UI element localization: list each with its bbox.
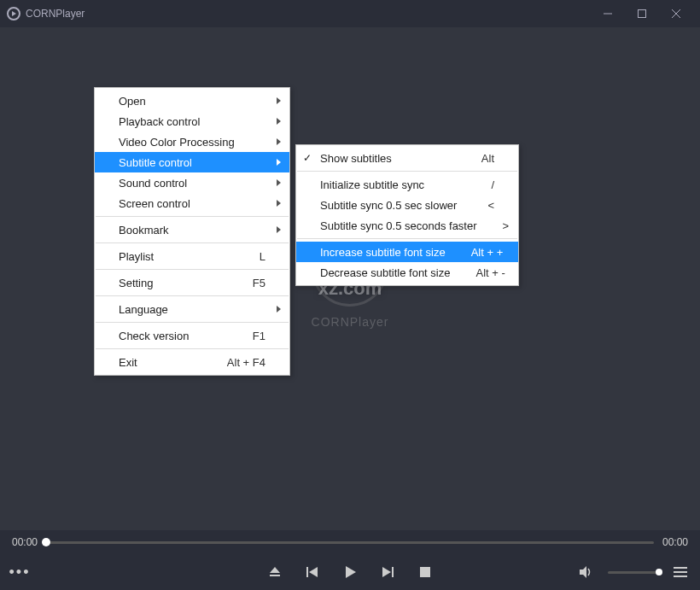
time-current: 00:00 bbox=[12, 536, 38, 548]
context-menu-item-label: Language bbox=[119, 303, 265, 316]
svg-marker-8 bbox=[346, 566, 356, 578]
context-menu-separator bbox=[96, 242, 289, 243]
context-menu-separator bbox=[96, 269, 289, 270]
subtitle-submenu-item-label: Subtitle sync 0.5 sec slower bbox=[320, 199, 462, 212]
progress-slider[interactable] bbox=[46, 541, 654, 544]
context-menu-item-label: Open bbox=[119, 95, 265, 108]
volume-button[interactable] bbox=[579, 564, 594, 580]
next-icon bbox=[382, 566, 394, 578]
context-menu-item-label: Exit bbox=[119, 356, 201, 369]
context-menu-item-label: Playback control bbox=[119, 115, 265, 128]
volume-icon bbox=[580, 566, 593, 578]
subtitle-submenu-item-shortcut: > bbox=[503, 219, 510, 232]
context-menu[interactable]: OpenPlayback controlVideo Color Processi… bbox=[94, 87, 290, 376]
svg-marker-12 bbox=[580, 566, 586, 578]
video-area[interactable]: CORNPlayer xz.com OpenPlayback controlVi… bbox=[0, 27, 700, 530]
minimize-button[interactable] bbox=[591, 0, 625, 27]
subtitle-submenu-item-shortcut: < bbox=[487, 199, 494, 212]
svg-rect-5 bbox=[270, 575, 280, 576]
context-menu-item-playback-control[interactable]: Playback control bbox=[95, 111, 289, 131]
context-menu-item-check-version[interactable]: Check versionF1 bbox=[95, 325, 289, 346]
context-menu-separator bbox=[96, 216, 289, 217]
app-title: CORNPlayer bbox=[26, 8, 85, 20]
menu-icon bbox=[674, 567, 687, 577]
prev-button[interactable] bbox=[305, 564, 320, 580]
context-menu-separator bbox=[96, 322, 289, 323]
context-menu-item-label: Bookmark bbox=[119, 224, 265, 237]
context-menu-item-shortcut: L bbox=[260, 250, 265, 263]
maximize-button[interactable] bbox=[625, 0, 659, 27]
volume-thumb[interactable] bbox=[656, 569, 662, 575]
prev-icon bbox=[306, 566, 318, 578]
subtitle-submenu-item-label: Initialize subtitle sync bbox=[320, 178, 465, 191]
context-menu-item-label: Subtitle control bbox=[119, 156, 265, 169]
subtitle-submenu-separator bbox=[297, 171, 517, 172]
subtitle-submenu-item-decrease-subtitle-font-size[interactable]: Decrease subtitle font sizeAlt + - bbox=[296, 262, 518, 283]
play-icon bbox=[343, 565, 357, 579]
context-menu-item-sound-control[interactable]: Sound control bbox=[95, 172, 289, 193]
app-window: CORNPlayer CORNPlayer xz.com OpenPlaybac… bbox=[0, 0, 700, 590]
time-total: 00:00 bbox=[662, 536, 688, 548]
titlebar: CORNPlayer bbox=[0, 0, 700, 27]
context-menu-item-language[interactable]: Language bbox=[95, 299, 289, 319]
subtitle-submenu-item-increase-subtitle-font-size[interactable]: Increase subtitle font sizeAlt + + bbox=[296, 242, 518, 262]
subtitle-submenu-item-label: Show subtitles bbox=[320, 152, 456, 165]
context-menu-item-shortcut: F5 bbox=[253, 277, 265, 289]
stop-icon bbox=[420, 567, 430, 577]
context-menu-separator bbox=[96, 295, 289, 296]
controls-row: ••• bbox=[0, 554, 700, 590]
eject-icon bbox=[269, 566, 281, 578]
subtitle-submenu-item-label: Subtitle sync 0.5 seconds faster bbox=[320, 219, 477, 232]
context-menu-item-exit[interactable]: ExitAlt + F4 bbox=[95, 352, 289, 372]
subtitle-submenu-item-initialize-subtitle-sync[interactable]: Initialize subtitle sync/ bbox=[296, 174, 518, 195]
context-menu-item-video-color-processing[interactable]: Video Color Processing bbox=[95, 131, 289, 152]
eject-button[interactable] bbox=[267, 564, 283, 580]
menu-button[interactable] bbox=[673, 564, 688, 580]
subtitle-submenu-item-label: Decrease subtitle font size bbox=[320, 266, 450, 279]
minimize-icon bbox=[604, 9, 612, 18]
context-menu-item-open[interactable]: Open bbox=[95, 91, 289, 111]
subtitle-submenu[interactable]: ✓Show subtitlesAltInitialize subtitle sy… bbox=[295, 144, 519, 286]
subtitle-submenu-separator bbox=[297, 238, 517, 239]
logo-icon bbox=[7, 7, 20, 20]
svg-rect-10 bbox=[392, 567, 394, 577]
context-menu-item-label: Screen control bbox=[119, 197, 265, 210]
subtitle-submenu-item-subtitle-sync-0-5-sec-slower[interactable]: Subtitle sync 0.5 sec slower< bbox=[296, 195, 518, 215]
context-menu-item-label: Video Color Processing bbox=[119, 136, 265, 149]
subtitle-submenu-item-shortcut: Alt bbox=[481, 152, 494, 165]
context-menu-item-label: Check version bbox=[119, 330, 227, 342]
center-brand: CORNPlayer bbox=[312, 315, 389, 329]
context-menu-item-shortcut: F1 bbox=[253, 330, 265, 342]
svg-rect-1 bbox=[639, 10, 646, 18]
context-menu-item-playlist[interactable]: PlaylistL bbox=[95, 246, 289, 266]
progress-thumb[interactable] bbox=[42, 538, 50, 546]
app-logo: CORNPlayer bbox=[7, 7, 85, 20]
context-menu-item-screen-control[interactable]: Screen control bbox=[95, 193, 289, 213]
more-button[interactable]: ••• bbox=[12, 564, 27, 580]
stop-button[interactable] bbox=[417, 564, 433, 580]
context-menu-separator bbox=[96, 348, 289, 349]
context-menu-item-label: Playlist bbox=[119, 250, 234, 263]
context-menu-item-bookmark[interactable]: Bookmark bbox=[95, 219, 289, 240]
context-menu-item-setting[interactable]: SettingF5 bbox=[95, 272, 289, 293]
close-icon bbox=[672, 9, 680, 18]
svg-marker-7 bbox=[309, 567, 318, 577]
progress-row: 00:00 00:00 bbox=[0, 530, 700, 554]
next-button[interactable] bbox=[380, 564, 395, 580]
context-menu-item-subtitle-control[interactable]: Subtitle control bbox=[95, 152, 289, 172]
subtitle-submenu-item-label: Increase subtitle font size bbox=[320, 246, 446, 259]
check-icon: ✓ bbox=[303, 152, 312, 164]
context-menu-item-shortcut: Alt + F4 bbox=[227, 356, 265, 369]
subtitle-submenu-item-shortcut: Alt + + bbox=[471, 246, 504, 259]
play-button[interactable] bbox=[342, 564, 358, 580]
close-button[interactable] bbox=[659, 0, 693, 27]
subtitle-submenu-item-subtitle-sync-0-5-seconds-faster[interactable]: Subtitle sync 0.5 seconds faster> bbox=[296, 215, 518, 236]
subtitle-submenu-item-shortcut: / bbox=[491, 178, 494, 191]
context-menu-item-label: Sound control bbox=[119, 177, 265, 190]
svg-rect-6 bbox=[306, 567, 308, 577]
subtitle-submenu-item-show-subtitles[interactable]: ✓Show subtitlesAlt bbox=[296, 148, 518, 168]
volume-slider[interactable] bbox=[608, 571, 659, 574]
subtitle-submenu-item-shortcut: Alt + - bbox=[475, 266, 505, 279]
svg-marker-4 bbox=[270, 567, 280, 573]
svg-marker-9 bbox=[382, 567, 391, 577]
